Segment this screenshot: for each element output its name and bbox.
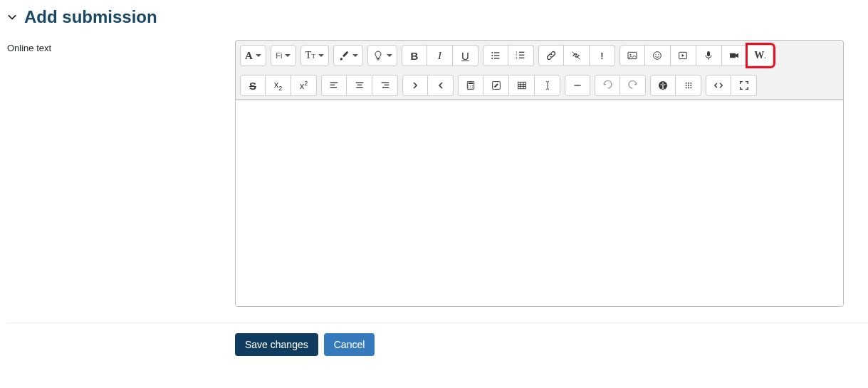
font-family-dropdown[interactable]: Fi [271,45,296,66]
svg-point-39 [472,88,473,88]
numbered-list-icon: 123 [515,50,526,61]
wiris-editor-button[interactable]: W. [748,45,773,66]
edit-icon [491,80,502,91]
chevron-right-icon [409,80,421,91]
svg-rect-1 [494,52,499,53]
svg-point-38 [470,88,471,88]
edit-button[interactable] [483,75,509,96]
svg-rect-11 [519,58,524,58]
svg-point-56 [688,87,689,88]
strikethrough-button[interactable]: S [240,75,266,96]
svg-point-35 [470,85,471,86]
svg-point-57 [690,87,691,88]
undo-button[interactable] [595,75,620,96]
accessibility-check-button[interactable] [650,75,676,96]
page-heading: Add submission [24,7,157,27]
align-center-button[interactable] [347,75,372,96]
svg-point-16 [656,54,657,55]
svg-point-4 [491,58,493,59]
svg-rect-27 [357,85,362,85]
screen-reader-button[interactable] [676,75,701,96]
subscript-button[interactable]: x2 [266,75,291,96]
svg-point-52 [685,85,686,86]
svg-marker-22 [736,53,738,58]
svg-point-48 [662,83,664,84]
svg-rect-23 [330,82,338,83]
media-button[interactable] [671,45,696,66]
link-button[interactable] [538,45,564,66]
equation-button[interactable] [458,75,483,96]
svg-marker-19 [682,54,684,57]
svg-rect-31 [382,87,389,88]
cancel-button[interactable]: Cancel [324,333,375,356]
image-icon [627,50,638,61]
bold-button[interactable]: B [402,45,427,66]
svg-rect-30 [384,85,389,85]
unlink-button[interactable] [564,45,590,66]
font-style-dropdown[interactable]: A [240,45,266,66]
indent-button[interactable] [402,75,428,96]
caret-down-icon [285,54,291,57]
brush-icon [338,50,350,61]
svg-point-2 [491,55,493,56]
svg-point-34 [469,85,469,86]
expand-icon [738,80,750,91]
bullet-list-icon [490,50,501,61]
align-right-icon [380,80,391,91]
font-color-dropdown[interactable] [333,45,363,66]
superscript-button[interactable]: x2 [291,75,317,96]
caret-down-icon [387,54,392,57]
no-autolink-button[interactable]: ! [590,45,615,66]
svg-point-51 [690,83,691,84]
clear-format-button[interactable] [535,75,560,96]
svg-rect-46 [574,85,580,85]
horizontal-rule-button[interactable] [565,75,590,96]
table-icon [516,80,528,91]
online-text-label: Online text [7,40,221,53]
redo-icon [627,80,639,91]
text-cursor-icon [542,80,553,91]
svg-rect-28 [356,87,362,88]
svg-text:3: 3 [516,56,518,60]
svg-rect-29 [381,82,389,83]
image-button[interactable] [619,45,645,66]
svg-point-37 [469,88,469,88]
numbered-list-button[interactable]: 123 [508,45,534,66]
save-changes-button[interactable]: Save changes [235,333,318,356]
chevron-left-icon [435,80,446,91]
svg-rect-24 [330,85,335,85]
record-video-button[interactable] [722,45,748,66]
svg-point-50 [688,83,689,84]
editor-toolbar: A Fi TT [236,41,843,100]
svg-point-15 [654,52,662,60]
emoji-button[interactable] [645,45,671,66]
align-center-icon [354,80,365,91]
fullscreen-button[interactable] [731,75,757,96]
svg-rect-41 [518,82,525,88]
svg-point-55 [685,87,686,88]
outdent-button[interactable] [428,75,454,96]
table-button[interactable] [509,75,535,96]
media-icon [677,50,689,61]
lightbulb-icon [372,50,384,61]
html-source-button[interactable] [706,75,731,96]
editor-content-area[interactable] [236,100,843,306]
more-options-dropdown[interactable] [367,45,397,66]
collapse-toggle-icon[interactable] [7,12,17,22]
svg-point-49 [685,83,686,84]
align-right-button[interactable] [372,75,398,96]
caret-down-icon [352,54,358,57]
bullet-list-button[interactable] [483,45,508,66]
svg-rect-21 [730,53,736,58]
svg-rect-25 [330,87,337,88]
underline-button[interactable]: U [453,45,479,66]
svg-point-14 [629,54,631,56]
svg-point-17 [659,54,659,55]
svg-rect-5 [494,58,499,58]
svg-point-53 [688,85,689,86]
align-left-button[interactable] [321,75,347,96]
font-size-dropdown[interactable]: TT [300,45,329,66]
record-audio-button[interactable] [696,45,722,66]
italic-button[interactable]: I [427,45,453,66]
redo-button[interactable] [620,75,646,96]
